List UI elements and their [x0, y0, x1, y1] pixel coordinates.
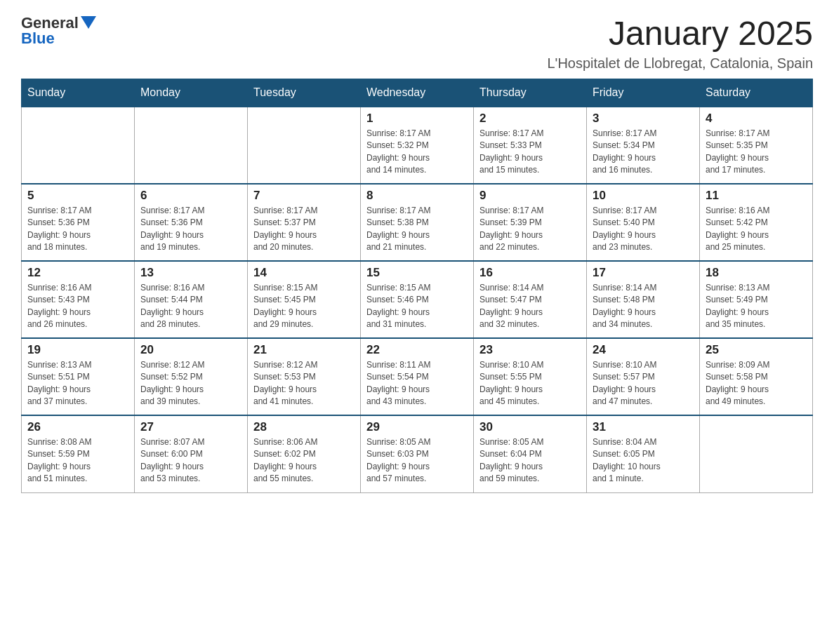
day-number: 4: [706, 112, 807, 126]
title-area: January 2025 L'Hospitalet de Llobregat, …: [547, 14, 813, 72]
day-info: Sunrise: 8:17 AM Sunset: 5:34 PM Dayligh…: [593, 128, 694, 177]
calendar-cell: 11Sunrise: 8:16 AM Sunset: 5:42 PM Dayli…: [700, 184, 813, 261]
day-info: Sunrise: 8:09 AM Sunset: 5:58 PM Dayligh…: [706, 359, 807, 408]
day-info: Sunrise: 8:11 AM Sunset: 5:54 PM Dayligh…: [366, 359, 468, 408]
day-info: Sunrise: 8:17 AM Sunset: 5:33 PM Dayligh…: [479, 128, 581, 177]
day-info: Sunrise: 8:17 AM Sunset: 5:36 PM Dayligh…: [140, 205, 241, 254]
calendar-cell: 14Sunrise: 8:15 AM Sunset: 5:45 PM Dayli…: [248, 261, 361, 338]
day-number: 13: [140, 266, 241, 280]
calendar-cell: 7Sunrise: 8:17 AM Sunset: 5:37 PM Daylig…: [248, 184, 361, 261]
location-title: L'Hospitalet de Llobregat, Catalonia, Sp…: [547, 55, 813, 72]
day-info: Sunrise: 8:17 AM Sunset: 5:35 PM Dayligh…: [706, 128, 807, 177]
calendar-cell: 29Sunrise: 8:05 AM Sunset: 6:03 PM Dayli…: [361, 415, 474, 492]
day-number: 19: [27, 343, 128, 357]
calendar-header-monday: Monday: [135, 79, 248, 107]
day-number: 28: [253, 420, 355, 434]
day-info: Sunrise: 8:08 AM Sunset: 5:59 PM Dayligh…: [27, 436, 128, 485]
week-row-5: 26Sunrise: 8:08 AM Sunset: 5:59 PM Dayli…: [22, 415, 813, 492]
day-number: 14: [253, 266, 355, 280]
day-number: 22: [366, 343, 468, 357]
svg-marker-0: [81, 16, 96, 29]
day-info: Sunrise: 8:16 AM Sunset: 5:42 PM Dayligh…: [706, 205, 807, 254]
calendar-cell: 10Sunrise: 8:17 AM Sunset: 5:40 PM Dayli…: [587, 184, 700, 261]
calendar-cell: 18Sunrise: 8:13 AM Sunset: 5:49 PM Dayli…: [700, 261, 813, 338]
day-info: Sunrise: 8:15 AM Sunset: 5:45 PM Dayligh…: [253, 282, 355, 331]
calendar-header-wednesday: Wednesday: [361, 79, 474, 107]
day-info: Sunrise: 8:10 AM Sunset: 5:55 PM Dayligh…: [479, 359, 581, 408]
calendar-cell: [248, 107, 361, 184]
day-info: Sunrise: 8:17 AM Sunset: 5:40 PM Dayligh…: [593, 205, 694, 254]
week-row-4: 19Sunrise: 8:13 AM Sunset: 5:51 PM Dayli…: [22, 338, 813, 415]
day-number: 30: [479, 420, 581, 434]
calendar-cell: 3Sunrise: 8:17 AM Sunset: 5:34 PM Daylig…: [587, 107, 700, 184]
calendar-cell: 9Sunrise: 8:17 AM Sunset: 5:39 PM Daylig…: [474, 184, 587, 261]
calendar-cell: 31Sunrise: 8:04 AM Sunset: 6:05 PM Dayli…: [587, 415, 700, 492]
calendar-cell: 2Sunrise: 8:17 AM Sunset: 5:33 PM Daylig…: [474, 107, 587, 184]
calendar-cell: [135, 107, 248, 184]
day-number: 11: [706, 189, 807, 203]
day-info: Sunrise: 8:15 AM Sunset: 5:46 PM Dayligh…: [366, 282, 468, 331]
day-info: Sunrise: 8:07 AM Sunset: 6:00 PM Dayligh…: [140, 436, 241, 485]
day-info: Sunrise: 8:17 AM Sunset: 5:36 PM Dayligh…: [27, 205, 128, 254]
day-info: Sunrise: 8:04 AM Sunset: 6:05 PM Dayligh…: [593, 436, 694, 485]
day-number: 2: [479, 112, 581, 126]
logo-blue: Blue: [21, 29, 55, 48]
calendar-cell: 22Sunrise: 8:11 AM Sunset: 5:54 PM Dayli…: [361, 338, 474, 415]
day-number: 18: [706, 266, 807, 280]
day-info: Sunrise: 8:05 AM Sunset: 6:04 PM Dayligh…: [479, 436, 581, 485]
day-number: 3: [593, 112, 694, 126]
calendar-cell: 15Sunrise: 8:15 AM Sunset: 5:46 PM Dayli…: [361, 261, 474, 338]
day-number: 17: [593, 266, 694, 280]
calendar-cell: 27Sunrise: 8:07 AM Sunset: 6:00 PM Dayli…: [135, 415, 248, 492]
day-number: 1: [366, 112, 468, 126]
day-info: Sunrise: 8:13 AM Sunset: 5:51 PM Dayligh…: [27, 359, 128, 408]
calendar-cell: 1Sunrise: 8:17 AM Sunset: 5:32 PM Daylig…: [361, 107, 474, 184]
calendar-cell: 8Sunrise: 8:17 AM Sunset: 5:38 PM Daylig…: [361, 184, 474, 261]
week-row-3: 12Sunrise: 8:16 AM Sunset: 5:43 PM Dayli…: [22, 261, 813, 338]
week-row-2: 5Sunrise: 8:17 AM Sunset: 5:36 PM Daylig…: [22, 184, 813, 261]
day-number: 15: [366, 266, 468, 280]
day-number: 8: [366, 189, 468, 203]
calendar-header-row: SundayMondayTuesdayWednesdayThursdayFrid…: [22, 79, 813, 107]
month-title: January 2025: [547, 14, 813, 53]
day-number: 21: [253, 343, 355, 357]
day-info: Sunrise: 8:17 AM Sunset: 5:38 PM Dayligh…: [366, 205, 468, 254]
calendar-cell: 6Sunrise: 8:17 AM Sunset: 5:36 PM Daylig…: [135, 184, 248, 261]
page-header: General Blue January 2025 L'Hospitalet d…: [21, 14, 813, 72]
calendar-header-friday: Friday: [587, 79, 700, 107]
day-number: 27: [140, 420, 241, 434]
logo: General Blue: [21, 14, 96, 48]
day-number: 25: [706, 343, 807, 357]
day-number: 12: [27, 266, 128, 280]
day-info: Sunrise: 8:17 AM Sunset: 5:39 PM Dayligh…: [479, 205, 581, 254]
day-info: Sunrise: 8:14 AM Sunset: 5:47 PM Dayligh…: [479, 282, 581, 331]
calendar-cell: 20Sunrise: 8:12 AM Sunset: 5:52 PM Dayli…: [135, 338, 248, 415]
calendar-header-saturday: Saturday: [700, 79, 813, 107]
day-number: 7: [253, 189, 355, 203]
day-info: Sunrise: 8:05 AM Sunset: 6:03 PM Dayligh…: [366, 436, 468, 485]
day-info: Sunrise: 8:06 AM Sunset: 6:02 PM Dayligh…: [253, 436, 355, 485]
calendar-cell: 30Sunrise: 8:05 AM Sunset: 6:04 PM Dayli…: [474, 415, 587, 492]
logo-triangle-icon: [81, 16, 96, 29]
calendar-cell: 21Sunrise: 8:12 AM Sunset: 5:53 PM Dayli…: [248, 338, 361, 415]
calendar-cell: 24Sunrise: 8:10 AM Sunset: 5:57 PM Dayli…: [587, 338, 700, 415]
calendar-cell: 13Sunrise: 8:16 AM Sunset: 5:44 PM Dayli…: [135, 261, 248, 338]
day-info: Sunrise: 8:16 AM Sunset: 5:43 PM Dayligh…: [27, 282, 128, 331]
day-info: Sunrise: 8:10 AM Sunset: 5:57 PM Dayligh…: [593, 359, 694, 408]
day-number: 20: [140, 343, 241, 357]
calendar-header-tuesday: Tuesday: [248, 79, 361, 107]
calendar-cell: 12Sunrise: 8:16 AM Sunset: 5:43 PM Dayli…: [22, 261, 135, 338]
day-number: 31: [593, 420, 694, 434]
day-number: 6: [140, 189, 241, 203]
day-info: Sunrise: 8:17 AM Sunset: 5:32 PM Dayligh…: [366, 128, 468, 177]
day-number: 16: [479, 266, 581, 280]
calendar-cell: 25Sunrise: 8:09 AM Sunset: 5:58 PM Dayli…: [700, 338, 813, 415]
day-number: 29: [366, 420, 468, 434]
day-info: Sunrise: 8:17 AM Sunset: 5:37 PM Dayligh…: [253, 205, 355, 254]
calendar-header-sunday: Sunday: [22, 79, 135, 107]
calendar-cell: 23Sunrise: 8:10 AM Sunset: 5:55 PM Dayli…: [474, 338, 587, 415]
calendar-cell: 5Sunrise: 8:17 AM Sunset: 5:36 PM Daylig…: [22, 184, 135, 261]
day-number: 9: [479, 189, 581, 203]
day-info: Sunrise: 8:16 AM Sunset: 5:44 PM Dayligh…: [140, 282, 241, 331]
day-info: Sunrise: 8:12 AM Sunset: 5:53 PM Dayligh…: [253, 359, 355, 408]
